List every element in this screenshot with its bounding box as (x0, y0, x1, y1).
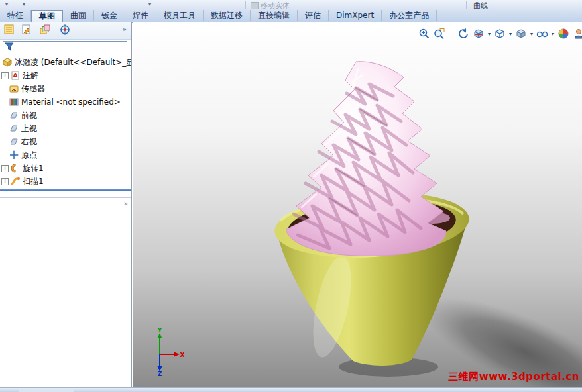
tab-weldments[interactable]: 焊件 (125, 10, 156, 21)
status-bar-segment[interactable] (19, 389, 74, 392)
tree-item-label: 冰激凌 (Default<<Default>_显 (15, 57, 131, 68)
panel-pane-splitter[interactable]: » (0, 197, 131, 213)
display-style-icon[interactable] (515, 28, 527, 40)
plane-icon (9, 123, 19, 134)
zoom-fit-icon[interactable] (418, 28, 430, 40)
tab-sheet-metal[interactable]: 钣金 (94, 10, 125, 21)
ice-cream-model[interactable] (133, 22, 582, 387)
tree-item-right-plane[interactable]: 右视 (0, 135, 131, 148)
tree-item-label: 上视 (21, 123, 37, 134)
tree-item-label: 原点 (21, 150, 37, 161)
tree-item-annotations[interactable]: + A 注解 (0, 69, 131, 82)
hide-show-dropdown-icon[interactable]: ▾ (552, 31, 554, 37)
plane-icon (9, 136, 19, 147)
plane-icon (9, 110, 19, 121)
tab-office-products[interactable]: 办公室产品 (382, 10, 437, 21)
curve-toolbar-label[interactable]: 曲线 (473, 1, 488, 11)
tab-evaluate[interactable]: 评估 (298, 10, 329, 21)
graphics-viewport[interactable]: ▾ ▾ ▾ ▾ ▾ (133, 22, 582, 387)
panel-overflow-chevron-icon[interactable]: » (122, 25, 127, 34)
tree-item-label: 传感器 (21, 83, 45, 95)
status-bar (0, 387, 582, 392)
toolbar-separator (245, 1, 246, 9)
watermark-text: 三维网www.3dportal.cn (448, 371, 579, 383)
toolbar-separator (466, 1, 467, 9)
hide-show-items-icon[interactable] (536, 28, 548, 40)
tab-dimxpert[interactable]: DimXpert (329, 10, 382, 21)
feature-tree: 冰激凌 (Default<<Default>_显 + A 注解 传感器 (0, 54, 131, 213)
panel-tab-toolbar: » (0, 22, 131, 40)
edit-appearance-icon[interactable] (557, 28, 569, 40)
previous-view-icon[interactable] (457, 28, 469, 40)
tree-item-revolve1[interactable]: + 旋转1 (0, 162, 131, 175)
tree-item-label: 右视 (21, 136, 37, 148)
coordinate-triad: Y X Z (144, 328, 185, 377)
tree-item-sensors[interactable]: 传感器 (0, 82, 131, 95)
propertymanager-tab-icon[interactable] (21, 24, 32, 36)
material-icon (9, 97, 19, 107)
tree-filter-box (3, 41, 127, 52)
section-view-dropdown-icon[interactable]: ▾ (488, 31, 491, 37)
configurationmanager-tab-icon[interactable] (39, 24, 51, 36)
toolbar-overflow-strip: ▾ ▾ ▾ 移动实体 曲线 (0, 0, 582, 11)
toolbar-dropdown-icon[interactable]: ▾ (5, 1, 8, 7)
featuremanager-tab-icon[interactable] (3, 24, 15, 36)
tree-item-sweep1[interactable]: + 扫描1 (0, 175, 131, 188)
featuremanager-panel: » 冰激凌 (Default<<Default>_显 + A 注解 (0, 22, 132, 387)
triad-x-label: X (180, 352, 185, 358)
expand-icon[interactable]: + (1, 178, 9, 185)
tab-direct-editing[interactable]: 直接编辑 (251, 10, 298, 21)
tab-data-migration[interactable]: 数据迁移 (204, 10, 251, 21)
toolbar-dropdown-icon[interactable]: ▾ (148, 1, 151, 7)
tree-item-label: 注解 (23, 70, 38, 81)
tree-item-label: 旋转1 (23, 163, 44, 174)
tree-item-front-plane[interactable]: 前视 (0, 109, 131, 122)
tab-sketch[interactable]: 草图 (31, 10, 63, 22)
tree-item-top-plane[interactable]: 上视 (0, 122, 131, 135)
view-settings-icon[interactable] (573, 28, 582, 40)
tree-item-part-root[interactable]: 冰激凌 (Default<<Default>_显 (0, 56, 131, 69)
tree-item-label: 前视 (21, 110, 37, 121)
expand-icon[interactable]: + (1, 72, 9, 79)
expand-icon[interactable]: + (1, 165, 9, 172)
sweep-feature-icon (10, 176, 21, 187)
triad-y-label: Y (157, 328, 162, 334)
tab-mold-tools[interactable]: 模具工具 (156, 10, 204, 21)
tree-item-label: Material <not specified> (21, 97, 121, 107)
origin-icon (9, 150, 19, 160)
splitter-chevron-icon[interactable]: » (123, 199, 128, 208)
section-view-icon[interactable] (473, 28, 485, 40)
view-orientation-icon[interactable] (494, 28, 506, 40)
rollback-bar[interactable] (0, 189, 131, 191)
tree-item-material[interactable]: Material <not specified> (0, 95, 131, 109)
revolve-feature-icon (10, 163, 21, 173)
move-entity-icon (251, 2, 259, 9)
soft-serve-swirl (286, 62, 446, 256)
annotation-letter: A (13, 72, 18, 79)
triad-z-label: Z (158, 371, 162, 377)
dimxpertmanager-tab-icon[interactable] (59, 24, 71, 36)
toolbar-dropdown-icon[interactable]: ▾ (23, 1, 25, 7)
tab-surfaces[interactable]: 曲面 (63, 10, 94, 21)
tree-item-label: 扫描1 (23, 176, 44, 187)
view-orientation-dropdown-icon[interactable]: ▾ (509, 31, 512, 37)
move-entity-label[interactable]: 移动实体 (261, 1, 290, 11)
sensors-folder-icon (9, 83, 19, 94)
tree-filter-input[interactable] (15, 42, 124, 52)
part-icon (2, 57, 13, 68)
display-style-dropdown-icon[interactable]: ▾ (530, 31, 533, 37)
filter-row (0, 40, 131, 54)
tab-features[interactable]: 特征 (0, 10, 31, 21)
heads-up-view-toolbar: ▾ ▾ ▾ ▾ ▾ (418, 28, 582, 40)
annotations-folder-icon: A (10, 70, 21, 81)
commandmanager-tab-bar: 特征 草图 曲面 钣金 焊件 模具工具 数据迁移 直接编辑 评估 DimXper… (0, 10, 582, 23)
filter-funnel-icon (5, 42, 15, 52)
tree-item-origin[interactable]: 原点 (0, 148, 131, 162)
zoom-area-icon[interactable] (434, 28, 445, 40)
